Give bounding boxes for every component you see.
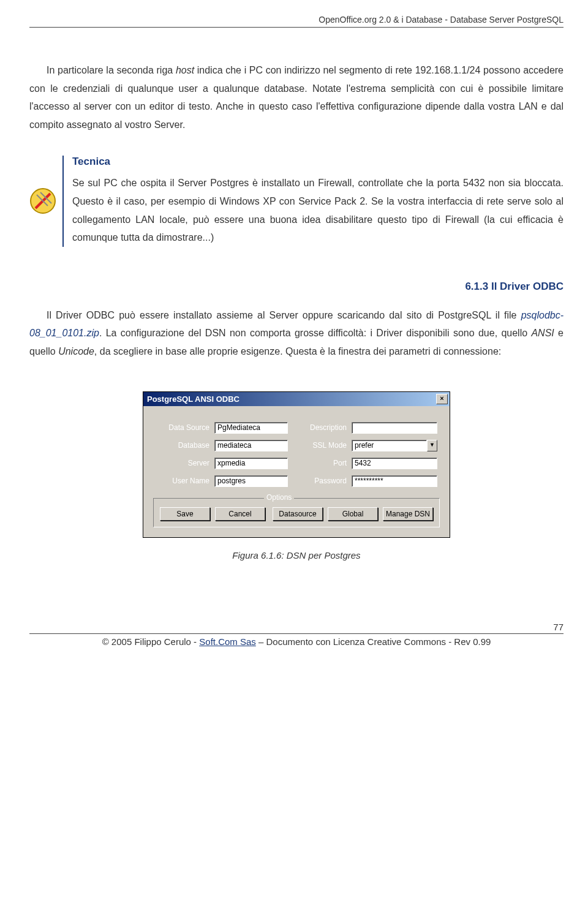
ssl-mode-combo[interactable]: ▼ [352, 440, 437, 451]
label-server: Server [153, 459, 209, 467]
data-source-field[interactable] [214, 422, 288, 434]
footer-rule [29, 633, 564, 634]
port-field[interactable] [352, 458, 437, 469]
label-user-name: User Name [153, 477, 209, 485]
header-rule [29, 27, 564, 28]
cancel-button[interactable]: Cancel [215, 507, 265, 521]
document-header: OpenOffice.org 2.0 & i Database - Databa… [29, 15, 564, 27]
footer-link[interactable]: Soft.Com Sas [199, 636, 256, 647]
label-data-source: Data Source [153, 423, 209, 432]
server-field[interactable] [214, 458, 288, 469]
close-icon[interactable]: × [436, 394, 448, 404]
label-description: Description [293, 423, 347, 432]
host-term: host [176, 65, 194, 75]
datasource-button[interactable]: Datasource [273, 507, 323, 521]
label-database: Database [153, 441, 209, 450]
tecnica-callout: Tecnica Se sul PC che ospita il Server P… [29, 156, 564, 246]
dialog-titlebar[interactable]: PostgreSQL ANSI ODBC × [143, 392, 450, 406]
chevron-down-icon[interactable]: ▼ [427, 440, 437, 451]
database-field[interactable] [214, 440, 288, 451]
driver-paragraph: Il Driver ODBC può essere installato ass… [29, 306, 564, 361]
text-run: In particolare la seconda riga [47, 65, 176, 75]
section-heading: 6.1.3 Il Driver ODBC [29, 281, 564, 293]
global-button[interactable]: Global [328, 507, 378, 521]
text-run: , da scegliere in base alle proprie esig… [94, 346, 501, 357]
text-run: – Documento con Licenza Creative Commons… [256, 636, 491, 647]
text-run: © 2005 Filippo Cerulo - [102, 636, 200, 647]
page-number: 77 [29, 622, 564, 633]
save-button[interactable]: Save [160, 507, 210, 521]
user-name-field[interactable] [214, 475, 288, 487]
odbc-dialog: PostgreSQL ANSI ODBC × Data Source Descr… [143, 391, 450, 538]
tecnica-text: Se sul PC che ospita il Server Postgres … [72, 174, 564, 246]
dialog-title: PostgreSQL ANSI ODBC [147, 394, 239, 404]
tip-icon [29, 187, 56, 217]
unicode-term: Unicode [58, 346, 94, 357]
tecnica-title: Tecnica [72, 156, 564, 168]
password-field[interactable] [352, 475, 437, 487]
intro-paragraph: In particolare la seconda riga host indi… [29, 61, 564, 134]
options-legend: Options [264, 493, 294, 502]
options-fieldset: Options Save Cancel Datasource Global Ma… [153, 498, 440, 527]
footer-line: © 2005 Filippo Cerulo - Soft.Com Sas – D… [29, 636, 564, 647]
ssl-mode-field[interactable] [352, 440, 427, 451]
description-field[interactable] [352, 422, 437, 434]
ansi-term: ANSI [531, 328, 554, 338]
text-run: . La configurazione del DSN non comporta… [99, 328, 532, 338]
text-run: Il Driver ODBC può essere installato ass… [47, 310, 521, 320]
label-ssl-mode: SSL Mode [293, 441, 347, 450]
label-port: Port [293, 459, 347, 467]
figure-caption: Figura 6.1.6: DSN per Postgres [29, 550, 564, 560]
label-password: Password [293, 477, 347, 485]
manage-dsn-button[interactable]: Manage DSN [383, 507, 433, 521]
